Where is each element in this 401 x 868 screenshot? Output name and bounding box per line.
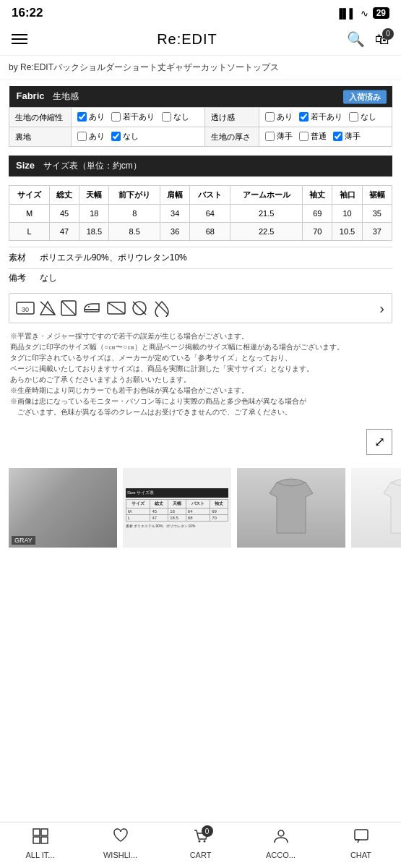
size-section-header-table: Size サイズ表（単位：約cm） <box>9 156 392 176</box>
notes-content: なし <box>40 273 57 283</box>
care-no-wash-icon <box>106 299 126 317</box>
nav-account[interactable]: ACCO... <box>252 828 310 859</box>
fabric-header: Fabric 生地感 入荷済み <box>9 86 392 108</box>
care-dryclean-icon <box>131 299 148 317</box>
care-row: 30 <box>9 293 392 323</box>
stretch-options: あり 若干あり なし <box>72 108 204 127</box>
svg-rect-6 <box>85 310 99 312</box>
care-no-dry-icon <box>60 299 77 317</box>
thickness-option-2[interactable]: 普通 <box>299 131 327 142</box>
col-width: 天幅 <box>79 186 109 205</box>
grid-icon <box>33 828 48 848</box>
size-table-row: L4718.58.5366822.57010.537 <box>9 223 392 241</box>
svg-line-5 <box>61 301 76 315</box>
transparency-option-2[interactable]: 若干あり <box>299 111 342 122</box>
thumbnail-3[interactable] <box>237 468 345 548</box>
transparency-option-3[interactable]: なし <box>349 111 376 122</box>
material-value <box>28 252 37 263</box>
note-line: ページに掲載いたしておりますサイズは、商品を実際に計測した「実寸サイズ」となりま… <box>10 363 391 374</box>
col-cuff: 袖口 <box>332 186 362 205</box>
care-no-bleach-icon <box>40 299 56 317</box>
chat-icon <box>353 828 369 848</box>
heart-icon <box>113 828 129 848</box>
col-hem: 裾幅 <box>362 186 392 205</box>
battery-indicator: 29 <box>373 7 389 19</box>
menu-button[interactable] <box>12 34 27 44</box>
svg-rect-16 <box>41 837 48 843</box>
thumbnail-2[interactable]: Size サイズ表 サイズ総丈天幅バスト袖丈 M45186469 L4718.5… <box>123 468 231 548</box>
svg-line-12 <box>155 302 168 315</box>
header-actions: 🔍 🛍 0 <box>347 30 389 48</box>
svg-point-17 <box>198 841 200 843</box>
material-content: ポリエステル90%、ポリウレタン10% <box>40 252 187 263</box>
size-table-row: M45188346421.5691035 <box>9 205 392 223</box>
fabric-stretch-row: 生地の伸縮性 あり 若干あり なし 透け感 <box>9 108 392 127</box>
stretch-option-1[interactable]: あり <box>77 111 105 122</box>
transparency-option-1[interactable]: あり <box>265 111 293 122</box>
care-symbols: 30 <box>15 299 171 317</box>
status-bar: 16:22 ▐▌▌ ∿ 29 <box>0 0 401 23</box>
cart-label: CART <box>190 851 212 859</box>
svg-rect-14 <box>41 829 48 835</box>
svg-rect-15 <box>33 837 40 843</box>
fabric-table: Fabric 生地感 入荷済み 生地の伸縮性 あり 若干あり <box>9 86 392 147</box>
notes-label: 備考 <box>9 273 26 283</box>
lining-option-1[interactable]: あり <box>77 131 105 142</box>
material-row: 素材 ポリエステル90%、ポリウレタン10% <box>9 247 392 268</box>
nav-wishlist[interactable]: WISHLI... <box>92 828 150 859</box>
thumbnail-row: GRAY Size サイズ表 サイズ総丈天幅バスト袖丈 M45186469 L4… <box>0 461 401 555</box>
note-line: タグに印字されているサイズは、メーカーが定めている「参考サイズ」となっており、 <box>10 352 391 363</box>
thickness-options: 薄手 普通 薄手 <box>259 127 392 147</box>
nav-all-items[interactable]: ALL IT... <box>12 828 69 859</box>
thickness-label: 生地の厚さ <box>204 127 259 147</box>
cart-badge: 0 <box>382 28 394 40</box>
search-icon[interactable]: 🔍 <box>347 30 365 48</box>
lining-option-2[interactable]: なし <box>111 131 139 142</box>
svg-line-9 <box>108 302 125 314</box>
care-wetclean-icon <box>152 299 171 317</box>
svg-rect-13 <box>33 829 40 835</box>
site-logo: Re:EDIT <box>27 31 347 48</box>
header: Re:EDIT 🔍 🛍 0 <box>0 23 401 56</box>
wishlist-label: WISHLI... <box>103 851 137 859</box>
notes-row: 備考 なし <box>9 268 392 287</box>
status-icons: ▐▌▌ ∿ 29 <box>336 7 389 19</box>
thickness-option-3[interactable]: 薄手 <box>333 131 361 142</box>
account-label: ACCO... <box>266 851 296 859</box>
note-line: ございます。色味が異なる等のクレームはお受けできませんので、ご了承ください。 <box>10 407 391 417</box>
expand-button[interactable]: ⤢ <box>366 429 392 455</box>
size-table: サイズ 総丈 天幅 前下がり 肩幅 バスト アームホール 袖丈 袖口 裾幅 M4… <box>9 185 392 241</box>
cart-nav-icon: 0 <box>193 828 209 848</box>
stretch-option-3[interactable]: なし <box>162 111 189 122</box>
col-size: サイズ <box>9 186 50 205</box>
all-items-label: ALL IT... <box>26 851 55 859</box>
stretch-option-2[interactable]: 若干あり <box>111 111 155 122</box>
note-line: 商品タグに印字のサイズ幅（○㎝〜○㎝）と商品ページ掲載のサイズ幅に相違がある場合… <box>10 341 391 352</box>
account-icon <box>273 828 289 848</box>
signal-icon: ▐▌▌ <box>336 8 356 19</box>
svg-point-18 <box>203 841 205 843</box>
care-arrow-icon[interactable]: › <box>379 300 384 317</box>
material-label: 素材 <box>9 252 26 263</box>
svg-rect-20 <box>355 830 368 840</box>
thumbnail-1[interactable]: GRAY <box>9 468 117 548</box>
svg-point-19 <box>278 830 284 836</box>
col-shoulder: 肩幅 <box>160 186 190 205</box>
expand-section: ⤢ <box>0 423 401 461</box>
nav-cart[interactable]: 0 CART <box>172 828 230 859</box>
size-table-header: サイズ 総丈 天幅 前下がり 肩幅 バスト アームホール 袖丈 袖口 裾幅 <box>9 186 392 205</box>
instock-badge: 入荷済み <box>343 90 387 103</box>
transparency-options: あり 若干あり なし <box>259 108 392 127</box>
cart-icon[interactable]: 🛍 0 <box>375 31 389 48</box>
nav-chat[interactable]: CHAT <box>332 828 390 859</box>
care-wash-icon: 30 <box>15 299 35 317</box>
thumbnail-4[interactable] <box>351 468 401 548</box>
cart-nav-badge: 0 <box>202 825 213 837</box>
content-area: Fabric 生地感 入荷済み 生地の伸縮性 あり 若干あり <box>0 80 401 423</box>
wifi-icon: ∿ <box>361 8 368 19</box>
col-armhole: アームホール <box>230 186 303 205</box>
stretch-label: 生地の伸縮性 <box>9 108 72 127</box>
col-sleeve: 袖丈 <box>303 186 332 205</box>
thickness-option-1[interactable]: 薄手 <box>265 131 293 142</box>
note-line: ※生産時期により同じカラーでも若干お色味が異なる場合がございます。 <box>10 385 391 396</box>
